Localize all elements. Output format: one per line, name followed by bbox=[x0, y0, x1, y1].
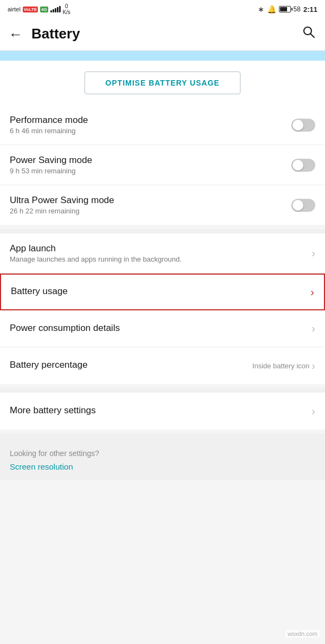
signal-bar-5 bbox=[59, 6, 61, 12]
bluetooth-icon: ∗ bbox=[258, 5, 264, 14]
status-bar: airtel VoLTE 4G 0 K/s ∗ 🔔 58 2:11 bbox=[0, 0, 325, 17]
signal-bar-3 bbox=[55, 8, 56, 12]
ultra-power-saving-item: Ultra Power Saving mode 26 h 22 min rema… bbox=[0, 185, 325, 225]
power-saving-item: Power Saving mode 9 h 53 min remaining bbox=[0, 145, 325, 185]
power-consumption-right: › bbox=[311, 322, 315, 335]
data-speed: 0 K/s bbox=[63, 3, 70, 15]
top-bar: ← Battery bbox=[0, 17, 325, 51]
blue-band bbox=[0, 51, 325, 61]
power-consumption-text: Power consumption details bbox=[10, 323, 311, 335]
ultra-power-title: Ultra Power Saving mode bbox=[10, 195, 291, 206]
battery-status-icon bbox=[279, 6, 291, 12]
watermark: wsxdn.com bbox=[285, 630, 320, 638]
battery-usage-title: Battery usage bbox=[11, 286, 310, 297]
battery-percentage-right: Inside battery icon › bbox=[252, 360, 315, 372]
battery-percentage-value: Inside battery icon bbox=[252, 362, 310, 370]
app-launch-chevron: › bbox=[311, 247, 315, 259]
app-launch-sub: Manage launches and apps running in the … bbox=[10, 255, 311, 263]
status-left: airtel VoLTE 4G 0 K/s bbox=[8, 3, 70, 15]
performance-mode-item: Performance mode 6 h 46 min remaining bbox=[0, 105, 325, 145]
more-settings-chevron: › bbox=[311, 405, 315, 418]
ultra-power-text: Ultra Power Saving mode 26 h 22 min rema… bbox=[10, 195, 291, 215]
power-saving-title: Power Saving mode bbox=[10, 155, 291, 166]
ultra-power-right bbox=[291, 199, 315, 212]
performance-mode-text: Performance mode 6 h 46 min remaining bbox=[10, 115, 291, 135]
app-launch-title: App launch bbox=[10, 243, 311, 254]
battery-usage-item[interactable]: Battery usage › bbox=[0, 274, 325, 310]
performance-mode-toggle[interactable] bbox=[291, 119, 315, 132]
footer-link[interactable]: Screen resolution bbox=[10, 462, 315, 471]
more-settings-text: More battery settings bbox=[10, 405, 311, 417]
signal-bars bbox=[50, 6, 61, 12]
app-launch-item[interactable]: App launch Manage launches and apps runn… bbox=[0, 233, 325, 274]
performance-mode-title: Performance mode bbox=[10, 115, 291, 126]
more-settings-title: More battery settings bbox=[10, 405, 311, 416]
signal-bar-1 bbox=[50, 10, 52, 12]
network-badge: 4G bbox=[40, 6, 48, 12]
notification-icon: 🔔 bbox=[267, 5, 276, 14]
battery-percent-label: 58 bbox=[294, 5, 301, 13]
battery-percentage-title: Battery percentage bbox=[10, 360, 252, 370]
more-settings-right: › bbox=[311, 405, 315, 418]
signal-bar-4 bbox=[57, 7, 58, 12]
search-button[interactable] bbox=[301, 24, 316, 43]
nav-settings-group: App launch Manage launches and apps runn… bbox=[0, 233, 325, 384]
carrier-label: airtel bbox=[8, 6, 21, 12]
app-launch-right: › bbox=[311, 247, 315, 259]
ultra-power-sub: 26 h 22 min remaining bbox=[10, 207, 291, 215]
power-saving-toggle[interactable] bbox=[291, 159, 315, 172]
power-saving-sub: 9 h 53 min remaining bbox=[10, 167, 291, 175]
app-launch-text: App launch Manage launches and apps runn… bbox=[10, 243, 311, 263]
battery-percentage-chevron: › bbox=[311, 360, 315, 372]
battery-usage-chevron: › bbox=[310, 286, 314, 298]
ultra-power-toggle[interactable] bbox=[291, 199, 315, 212]
section-divider-3 bbox=[0, 434, 325, 438]
performance-mode-right bbox=[291, 119, 315, 132]
footer-text: Looking for other settings? bbox=[10, 449, 315, 458]
top-bar-left: ← Battery bbox=[9, 25, 80, 42]
battery-usage-right: › bbox=[310, 286, 314, 298]
power-saving-text: Power Saving mode 9 h 53 min remaining bbox=[10, 155, 291, 175]
optimise-button[interactable]: OPTIMISE BATTERY USAGE bbox=[84, 71, 241, 94]
power-consumption-item[interactable]: Power consumption details › bbox=[0, 310, 325, 347]
battery-fill bbox=[280, 7, 288, 11]
volte-badge: VoLTE bbox=[23, 6, 38, 12]
optimise-section: OPTIMISE BATTERY USAGE bbox=[0, 61, 325, 105]
battery-percentage-text: Battery percentage bbox=[10, 360, 252, 372]
performance-mode-sub: 6 h 46 min remaining bbox=[10, 127, 291, 135]
more-settings-group: More battery settings › bbox=[0, 393, 325, 430]
footer-section: Looking for other settings? Screen resol… bbox=[0, 438, 325, 480]
power-saving-right bbox=[291, 159, 315, 172]
battery-usage-text: Battery usage bbox=[11, 286, 310, 298]
toggle-settings-group: Performance mode 6 h 46 min remaining Po… bbox=[0, 105, 325, 225]
more-settings-item[interactable]: More battery settings › bbox=[0, 393, 325, 430]
section-divider-2 bbox=[0, 388, 325, 393]
time-label: 2:11 bbox=[303, 5, 317, 14]
power-consumption-title: Power consumption details bbox=[10, 323, 311, 334]
back-button[interactable]: ← bbox=[9, 27, 23, 41]
power-consumption-chevron: › bbox=[311, 322, 315, 335]
page-title: Battery bbox=[31, 25, 80, 42]
section-divider-1 bbox=[0, 229, 325, 233]
svg-line-1 bbox=[311, 34, 315, 38]
battery-percentage-item[interactable]: Battery percentage Inside battery icon › bbox=[0, 347, 325, 384]
signal-bar-2 bbox=[53, 9, 54, 12]
status-right: ∗ 🔔 58 2:11 bbox=[258, 5, 317, 14]
